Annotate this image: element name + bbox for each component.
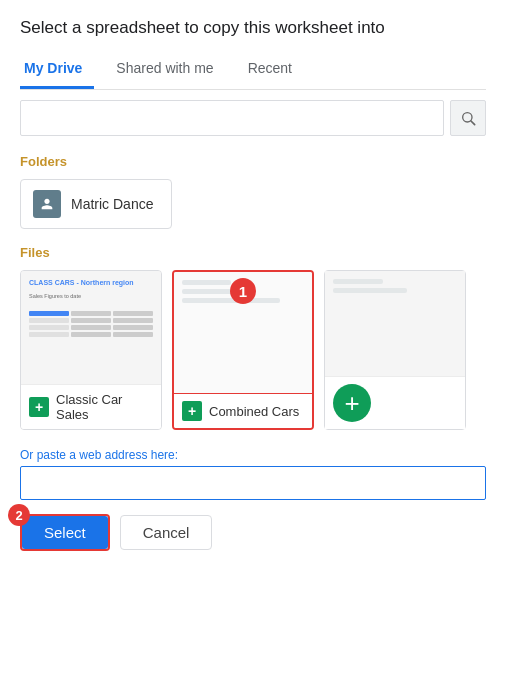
file-card-new[interactable]: + [324, 270, 466, 430]
file-footer-classic: + Classic Car Sales [21, 384, 161, 429]
plus-icon-new: + [333, 384, 371, 422]
badge-select-btn: 2 [8, 504, 30, 526]
sheets-icon-classic: + [29, 397, 49, 417]
tab-my-drive[interactable]: My Drive [20, 52, 94, 89]
sheets-icon-combined: + [182, 401, 202, 421]
file-card-combined-cars[interactable]: 1 + Combined Cars [172, 270, 314, 430]
tab-shared-with-me[interactable]: Shared with me [112, 52, 225, 89]
action-row: 2 Select Cancel [20, 514, 486, 551]
paste-label: Or paste a web address here: [20, 448, 486, 462]
folder-icon [33, 190, 61, 218]
folder-item-matric-dance[interactable]: Matric Dance [20, 179, 172, 229]
spreadsheet-picker-dialog: Select a spreadsheet to copy this worksh… [0, 0, 506, 681]
paste-url-input[interactable] [20, 466, 486, 500]
search-button[interactable] [450, 100, 486, 136]
file-name-classic: Classic Car Sales [56, 392, 153, 422]
badge-combined-cars: 1 [230, 278, 256, 304]
tabs-bar: My Drive Shared with me Recent [20, 52, 486, 90]
file-footer-new: + [325, 376, 465, 429]
cancel-button[interactable]: Cancel [120, 515, 213, 550]
file-thumbnail-classic: CLASS CARS - Northern region Sales Figur… [21, 271, 161, 384]
folders-section-label: Folders [20, 154, 486, 169]
files-row: CLASS CARS - Northern region Sales Figur… [20, 270, 486, 430]
search-icon [460, 110, 476, 126]
search-input[interactable] [20, 100, 444, 136]
dialog-title: Select a spreadsheet to copy this worksh… [20, 18, 486, 38]
file-name-combined: Combined Cars [209, 404, 299, 419]
tab-recent[interactable]: Recent [244, 52, 304, 89]
files-section-label: Files [20, 245, 486, 260]
select-button[interactable]: Select [22, 516, 108, 549]
file-card-classic-car-sales[interactable]: CLASS CARS - Northern region Sales Figur… [20, 270, 162, 430]
folder-name: Matric Dance [71, 196, 153, 212]
search-row [20, 100, 486, 136]
file-thumbnail-new [325, 271, 465, 376]
svg-line-1 [471, 121, 475, 125]
file-footer-combined: + Combined Cars [174, 393, 312, 428]
folders-row: Matric Dance [20, 179, 486, 229]
